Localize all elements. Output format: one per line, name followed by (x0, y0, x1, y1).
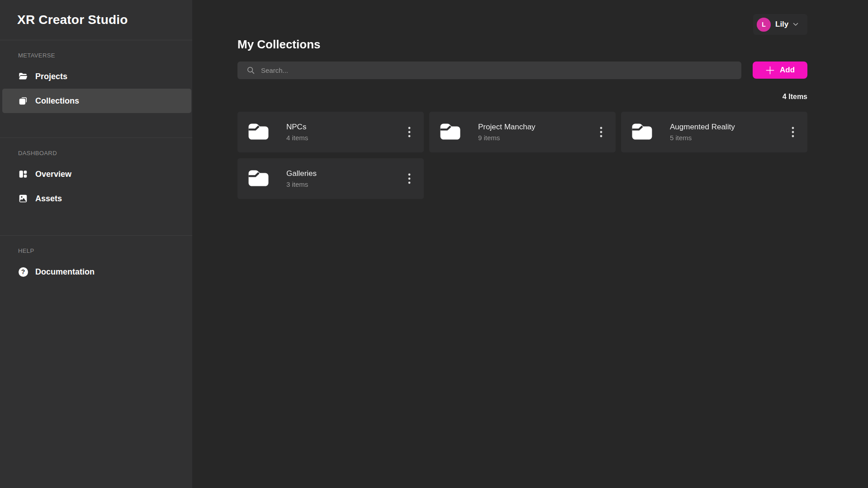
collection-name: Project Manchay (478, 123, 536, 132)
search-box (237, 62, 741, 79)
sidebar-item-documentation[interactable]: ? Documentation (0, 260, 192, 284)
help-icon: ? (18, 267, 28, 277)
sidebar: XR Creator Studio METAVERSE Projects Col… (0, 0, 192, 488)
section-label: METAVERSE (0, 52, 192, 59)
collection-name: NPCs (286, 123, 308, 132)
collection-card-augmented-reality[interactable]: Augmented Reality 5 items (621, 112, 807, 152)
page-title: My Collections (237, 38, 807, 52)
section-label: HELP (0, 247, 192, 254)
search-input[interactable] (261, 66, 734, 74)
search-row: Add (237, 62, 807, 79)
items-count: 4 Items (237, 93, 807, 101)
card-menu-button[interactable] (404, 124, 415, 140)
card-menu-button[interactable] (596, 124, 607, 140)
dashboard-icon (18, 169, 28, 179)
sidebar-item-label: Projects (35, 72, 67, 81)
collections-icon (18, 96, 28, 106)
image-icon (18, 194, 28, 204)
chevron-down-icon (793, 23, 798, 26)
folder-open-icon (18, 71, 28, 81)
folder-icon (247, 121, 270, 143)
collection-count: 3 items (286, 180, 317, 188)
collection-count: 4 items (286, 134, 308, 142)
sidebar-item-overview[interactable]: Overview (0, 162, 192, 186)
collection-count: 9 items (478, 134, 536, 142)
collection-card-project-manchay[interactable]: Project Manchay 9 items (429, 112, 616, 152)
section-label: DASHBOARD (0, 150, 192, 156)
collection-name: Galleries (286, 169, 317, 178)
search-icon (247, 66, 255, 75)
sidebar-item-projects[interactable]: Projects (0, 64, 192, 89)
user-name: Lily (775, 20, 788, 29)
app-title: XR Creator Studio (0, 0, 192, 40)
sidebar-section-metaverse: METAVERSE Projects Collections (0, 40, 192, 138)
plus-icon (765, 66, 775, 75)
add-button-label: Add (780, 66, 795, 75)
sidebar-item-label: Documentation (35, 267, 95, 277)
main-content: L Lily My Collections (192, 0, 868, 488)
user-menu[interactable]: L Lily (753, 14, 807, 35)
sidebar-item-label: Overview (35, 170, 71, 179)
collection-count: 5 items (670, 134, 735, 142)
collection-name: Augmented Reality (670, 123, 735, 132)
folder-icon (247, 167, 270, 190)
collections-grid: NPCs 4 items Project Manchay 9 items (237, 112, 807, 199)
add-button[interactable]: Add (753, 62, 807, 79)
folder-icon (439, 121, 462, 143)
collection-card-galleries[interactable]: Galleries 3 items (237, 158, 424, 199)
sidebar-section-dashboard: DASHBOARD Overview Assets (0, 138, 192, 236)
sidebar-item-assets[interactable]: Assets (0, 186, 192, 211)
collection-card-npcs[interactable]: NPCs 4 items (237, 112, 424, 152)
sidebar-item-collections[interactable]: Collections (2, 89, 191, 113)
sidebar-item-label: Collections (35, 96, 79, 106)
card-menu-button[interactable] (787, 124, 798, 140)
sidebar-section-help: HELP ? Documentation (0, 236, 192, 308)
avatar: L (757, 18, 771, 32)
folder-icon (631, 121, 654, 143)
card-menu-button[interactable] (404, 171, 415, 186)
sidebar-item-label: Assets (35, 194, 62, 204)
topbar: L Lily (237, 14, 807, 35)
